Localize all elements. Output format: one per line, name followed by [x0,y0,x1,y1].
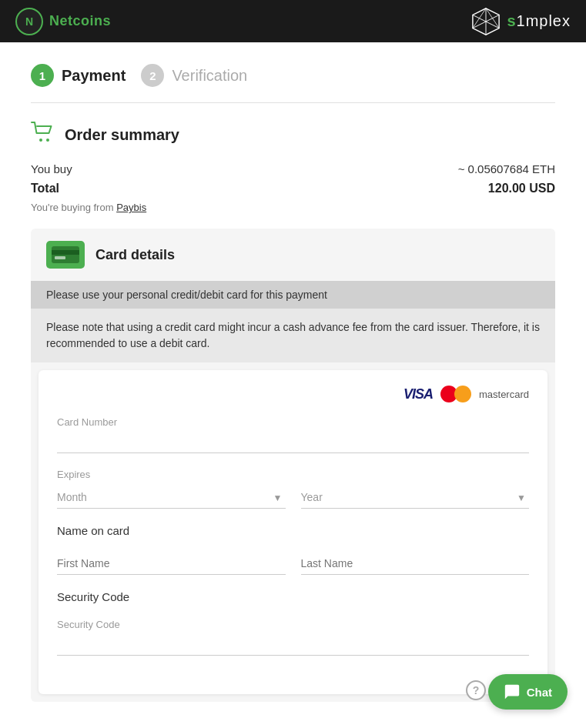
svg-rect-9 [52,250,79,255]
simplex-logo: s1mplex [471,7,571,36]
order-summary-title: Order summary [65,126,179,144]
help-icon: ? [473,684,480,696]
year-select[interactable]: Year 2024 2025 2026 2027 2028 2029 2030 [301,486,530,509]
card-form: VISA mastercard Card Number Expires [39,370,547,694]
card-number-group: Card Number [57,416,529,453]
svg-rect-10 [55,256,65,259]
svg-point-6 [39,139,42,142]
step-2-verification: 2 Verification [141,64,247,87]
security-code-input-label: Security Code [57,619,529,630]
chat-label: Chat [527,686,552,699]
step-1-label: Payment [62,67,126,85]
first-name-input[interactable] [57,553,286,575]
netcoins-logo: N Netcoins [15,8,111,35]
step-1-payment: 1 Payment [31,64,126,87]
mastercard-logo: mastercard [440,386,529,402]
last-name-input[interactable] [301,553,530,575]
card-details-header: Card details [31,229,555,281]
steps-bar: 1 Payment 2 Verification [0,42,586,102]
total-value: 120.00 USD [488,182,555,195]
buying-from-text: You're buying from Paybis [31,202,555,213]
step-2-number: 2 [149,69,156,82]
security-code-section-label: Security Code [57,590,529,603]
first-name-group [57,553,286,575]
step-1-circle: 1 [31,64,54,87]
mastercard-label: mastercard [479,389,529,400]
total-row: Total 120.00 USD [31,182,555,195]
simplex-icon [471,7,501,36]
month-select[interactable]: Month 01 02 03 04 05 06 07 08 09 10 11 [57,486,286,509]
netcoins-initial: N [25,15,33,28]
step-1-number: 1 [39,69,45,82]
name-row [57,553,529,590]
total-label: Total [31,182,59,195]
card-icon [46,241,85,269]
you-buy-row: You buy ~ 0.05607684 ETH [31,162,555,175]
month-select-wrap: Month 01 02 03 04 05 06 07 08 09 10 11 [57,486,286,509]
card-number-input[interactable] [57,431,529,453]
card-details-section: Card details Please use your personal cr… [31,229,555,702]
name-on-card-group: Name on card [57,524,529,537]
netcoins-brand-name: Netcoins [49,13,111,29]
name-on-card-label: Name on card [57,524,529,537]
netcoins-logo-circle: N [15,8,43,35]
svg-point-7 [46,139,49,142]
header: N Netcoins s1mplex [0,0,586,42]
expires-label: Expires [57,469,529,480]
help-button[interactable]: ? [466,680,486,700]
card-notice-2: Please note that using a credit card mig… [31,309,555,362]
visa-logo: VISA [404,386,433,402]
cart-icon [31,122,55,149]
chat-bubble-icon [504,683,521,700]
last-name-group [301,553,530,575]
step-2-circle: 2 [141,64,164,87]
chat-button[interactable]: Chat [488,674,568,710]
security-code-input-group: Security Code [57,619,529,656]
you-buy-label: You buy [31,162,72,175]
year-select-wrap: Year 2024 2025 2026 2027 2028 2029 2030 … [301,486,530,509]
step-2-label: Verification [172,67,247,85]
you-buy-value: ~ 0.05607684 ETH [458,162,555,175]
card-notice-1: Please use your personal credit/debit ca… [31,281,555,309]
main-content: Order summary You buy ~ 0.05607684 ETH T… [0,103,586,720]
simplex-brand-name: s1mplex [507,12,571,30]
paybis-link[interactable]: Paybis [116,202,146,213]
security-code-group: Security Code [57,590,529,603]
expires-row: Month 01 02 03 04 05 06 07 08 09 10 11 [57,486,529,509]
mastercard-orange-circle [454,386,471,402]
order-summary-header: Order summary [31,122,555,149]
card-number-label: Card Number [57,416,529,428]
expires-group: Expires Month 01 02 03 04 05 06 07 08 [57,469,529,509]
card-details-title: Card details [95,247,175,263]
card-logos: VISA mastercard [57,386,529,402]
security-code-input[interactable] [57,633,529,656]
